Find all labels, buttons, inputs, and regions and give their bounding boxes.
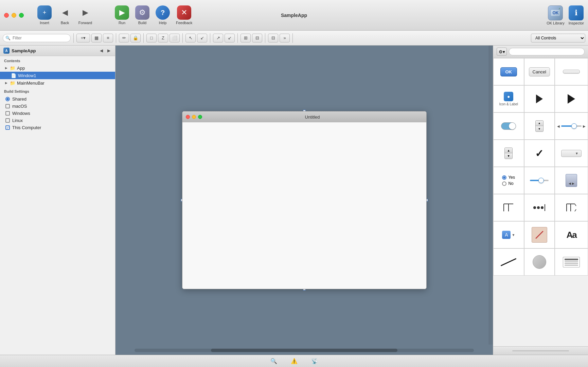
insert-button[interactable]: + Insert	[37, 5, 52, 25]
radio-no-item[interactable]: No	[502, 181, 515, 186]
filter-input[interactable]	[3, 34, 71, 42]
plain-button-ctrl[interactable]	[563, 70, 580, 74]
nav-forward-arrow[interactable]: ▶	[106, 48, 112, 54]
slider-track[interactable]	[561, 125, 582, 127]
forward-button[interactable]: ▶ Forward	[78, 5, 92, 25]
back-button[interactable]: ◀ Back	[58, 5, 72, 25]
ctrl-stepper-cell[interactable]: ▲ ▼	[524, 112, 555, 140]
ctrl-checkmark-cell[interactable]: ✓	[524, 140, 555, 167]
minimize-button[interactable]	[12, 13, 16, 18]
slider2-thumb[interactable]	[538, 178, 544, 183]
ctrl-db-cell[interactable]: ◀ ▶	[555, 167, 588, 194]
align-button[interactable]: ⊟	[268, 34, 278, 42]
group-button[interactable]: □	[146, 34, 157, 42]
nav-back-arrow[interactable]: ◀	[98, 48, 104, 54]
build-button[interactable]: ⚙ Build	[135, 5, 149, 25]
build-item-shared[interactable]: Shared	[4, 95, 111, 103]
slider-thumb[interactable]	[571, 123, 577, 129]
win-close-btn[interactable]	[186, 115, 190, 119]
help-button[interactable]: ? Help	[156, 5, 170, 25]
step-up-btn[interactable]: ▲	[505, 148, 512, 153]
ctrl-slider2-cell[interactable]	[524, 167, 555, 194]
ctrl-label-a-cell[interactable]: A ▼	[493, 221, 524, 248]
ctrl-text-field-cell[interactable]	[493, 194, 524, 221]
build-item-macos[interactable]: macOS	[4, 103, 111, 110]
stepper-widget[interactable]: ▲ ▼	[535, 120, 544, 132]
stepper-up-btn[interactable]: ▲	[536, 121, 543, 126]
embed-button[interactable]: ⬜	[170, 34, 180, 42]
grid-view-button[interactable]: ▦	[91, 34, 102, 42]
radio-yes-item[interactable]: Yes	[502, 175, 515, 180]
more-button[interactable]: »	[280, 34, 290, 42]
run-button[interactable]: ▶ Run	[115, 5, 129, 25]
stepper-down-btn[interactable]: ▼	[536, 126, 543, 132]
cancel-button-ctrl[interactable]: Cancel	[529, 67, 550, 76]
edit-button[interactable]: ✏	[119, 34, 129, 42]
ctrl-radio-cell[interactable]: Yes No	[493, 167, 524, 194]
win-max-btn[interactable]	[198, 115, 202, 119]
lock-button[interactable]: 🔒	[130, 34, 141, 42]
close-button[interactable]	[4, 13, 9, 18]
list-view-button[interactable]: ≡	[103, 34, 113, 42]
ctrl-circle-cell[interactable]	[524, 248, 555, 276]
ungroup-z-button[interactable]: Z	[158, 34, 168, 42]
panel-search-input[interactable]	[509, 48, 585, 55]
ctrl-slider-cell[interactable]: ◀ ▶	[555, 112, 588, 140]
panel-bottom-scroll[interactable]	[512, 350, 569, 351]
win-min-btn[interactable]	[192, 115, 196, 119]
ctrl-text-bordered-cell[interactable]	[555, 194, 588, 221]
status-warning-icon[interactable]: ⚠️	[291, 358, 298, 364]
slider2-track[interactable]	[530, 180, 549, 181]
gear-button[interactable]: ⚙▾	[497, 48, 507, 56]
ctrl-play-normal-cell[interactable]	[524, 85, 555, 112]
add-button[interactable]: +▾	[76, 34, 90, 42]
controls-select[interactable]: All Controls Buttons Text Layout	[531, 34, 585, 42]
ctrl-line-cell[interactable]	[493, 248, 524, 276]
maximize-button[interactable]	[19, 13, 24, 18]
dropdown-widget[interactable]: ▼	[561, 150, 582, 157]
canvas-vscroll[interactable]	[489, 46, 493, 345]
window-content-area[interactable]	[182, 122, 426, 289]
arrange-down-button[interactable]: ↙	[197, 34, 207, 42]
move-bck-button[interactable]: ⊟	[252, 34, 262, 42]
windows-checkbox[interactable]	[5, 111, 10, 116]
move-fwd-button[interactable]: ⊞	[240, 34, 251, 42]
ctrl-ok-button[interactable]: OK	[493, 58, 524, 85]
build-item-this-computer[interactable]: ✓ This Computer	[4, 124, 111, 131]
sidebar-item-app[interactable]: ▶ 📁 App	[0, 64, 115, 72]
library-button[interactable]: OK ✓ OK Library	[547, 5, 565, 25]
ctrl-box-list-cell[interactable]	[555, 248, 588, 276]
ctrl-font-aa-cell[interactable]: Aa	[555, 221, 588, 248]
inspector-button[interactable]: ℹ Inspector	[569, 5, 584, 25]
status-antenna-icon[interactable]: 📡	[311, 358, 318, 364]
status-search-icon[interactable]: 🔍	[270, 358, 277, 364]
step-down-btn[interactable]: ▼	[505, 153, 512, 159]
shared-radio[interactable]	[5, 97, 10, 101]
ctrl-cancel-button[interactable]: Cancel	[524, 58, 555, 85]
ctrl-toggle-cell[interactable]	[493, 112, 524, 140]
toggle-widget[interactable]	[501, 122, 516, 130]
radio-no-button[interactable]	[502, 181, 506, 186]
ctrl-step-arrows-cell[interactable]: ▲ ▼	[493, 140, 524, 167]
ctrl-play-filled-cell[interactable]	[555, 85, 588, 112]
ok-button-ctrl[interactable]: OK	[500, 67, 517, 76]
ctrl-dropdown-cell[interactable]: ▼	[555, 140, 588, 167]
this-computer-checkbox[interactable]: ✓	[5, 125, 10, 130]
canvas-area[interactable]: Untitled	[115, 46, 493, 355]
ctrl-icon-label-cell[interactable]: ● Icon & Label	[493, 85, 524, 112]
arrange3-button[interactable]: ↗	[213, 34, 223, 42]
ctrl-password-cell[interactable]	[524, 194, 555, 221]
sidebar-item-window1[interactable]: 📄 Window1	[0, 72, 115, 79]
macos-checkbox[interactable]	[5, 104, 10, 108]
canvas-hscroll[interactable]	[135, 349, 474, 352]
build-item-linux[interactable]: Linux	[4, 117, 111, 124]
radio-yes-button[interactable]	[502, 175, 506, 180]
build-item-windows[interactable]: Windows	[4, 110, 111, 117]
arrange-up-button[interactable]: ↖	[185, 34, 196, 42]
sidebar-item-mainmenubar[interactable]: ▶ 📁 MainMenuBar	[0, 79, 115, 87]
arrange4-button[interactable]: ↙	[225, 34, 235, 42]
ctrl-plain-button[interactable]	[555, 58, 588, 85]
ctrl-pen-cell[interactable]	[524, 221, 555, 248]
feedback-button[interactable]: ✕ Feedback	[176, 5, 192, 25]
linux-checkbox[interactable]	[5, 118, 10, 123]
